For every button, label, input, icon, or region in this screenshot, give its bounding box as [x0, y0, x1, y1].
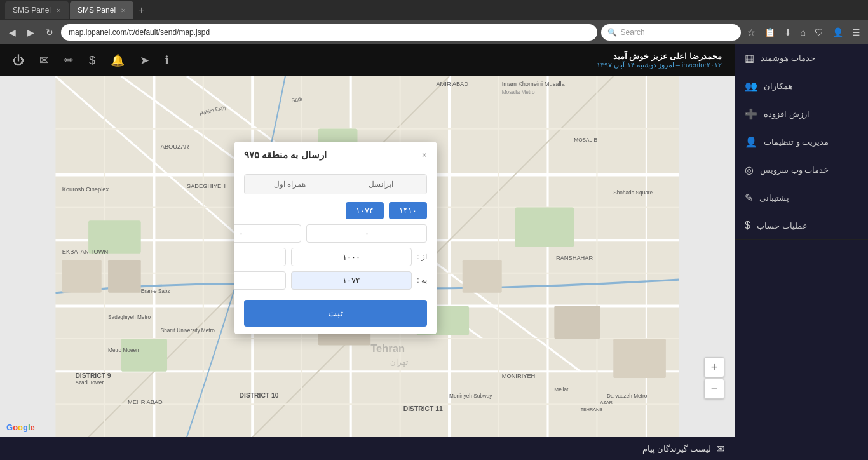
sidebar-item-management[interactable]: مدیریت و تنظیمات 👤 — [735, 128, 868, 156]
power-icon[interactable]: ⏻ — [13, 54, 24, 67]
send-modal: × ارسال به منطقه ۹۷۵ ایرانسل همراه اول ۱… — [234, 142, 437, 334]
svg-text:Shariif University Metro: Shariif University Metro — [161, 328, 215, 334]
reader-icon[interactable]: 📋 — [762, 26, 778, 39]
sidebar-label-colleagues: همکاران — [764, 81, 793, 91]
svg-text:Moniriyeh Subway: Moniriyeh Subway — [449, 393, 492, 399]
svg-text:EKBATAN TOWN: EKBATAN TOWN — [62, 248, 109, 255]
submit-button[interactable]: ثبت — [244, 300, 427, 327]
account-icon[interactable]: 👤 — [830, 26, 846, 39]
svg-text:تهران: تهران — [390, 358, 408, 367]
tab-irancell[interactable]: ایرانسل — [336, 175, 427, 194]
svg-rect-37 — [554, 306, 600, 339]
svg-text:SADEGHIYEH: SADEGHIYEH — [187, 183, 226, 189]
from-label-1: از : — [417, 252, 427, 261]
forward-button[interactable]: ▶ — [24, 25, 38, 40]
svg-text:IRANSHAHAR: IRANSHAHAR — [554, 255, 593, 261]
main-content: ⏻ ✉ ✏ $ 🔔 ➤ ℹ محمدرضا اعلی عزیز خوش آمید… — [0, 44, 735, 460]
svg-text:AMIR ABAD: AMIR ABAD — [436, 81, 468, 87]
nav-bar: ◀ ▶ ↻ map.ippanel.com/tt/default/send/ma… — [0, 20, 868, 44]
tab-2-close[interactable]: ✕ — [121, 7, 126, 14]
modal-close-button[interactable]: × — [422, 150, 427, 160]
to-input-2[interactable] — [234, 271, 286, 290]
shield-icon[interactable]: 🛡 — [812, 26, 826, 39]
svg-text:TEHRANB: TEHRANB — [581, 407, 603, 412]
svg-rect-36 — [463, 260, 502, 293]
tab-1410-button[interactable]: ۱۴۱۰ — [389, 202, 427, 219]
svg-text:MONIRIYEH: MONIRIYEH — [502, 373, 536, 379]
tab-1074-button[interactable]: ۱۰۷۴ — [346, 202, 384, 219]
field2-input[interactable] — [234, 224, 301, 243]
sidebar-label-web-services: خدمات وب سرویس — [760, 165, 829, 175]
field-row-3: به : — [244, 271, 427, 290]
search-bar[interactable]: 🔍 Search — [601, 24, 741, 41]
web-services-icon: ◎ — [745, 164, 754, 176]
sidebar-item-colleagues[interactable]: همکاران 👥 — [735, 72, 868, 100]
zoom-in-button[interactable]: + — [704, 357, 724, 377]
tab-1[interactable]: SMS Panel ✕ — [5, 1, 69, 19]
edit-icon[interactable]: ✏ — [64, 53, 74, 67]
download-icon[interactable]: ⬇ — [782, 26, 794, 39]
svg-text:Darvaazeh Metro: Darvaazeh Metro — [607, 393, 648, 399]
active-tabs-row: ۱۴۱۰ ۱۰۷۴ — [244, 202, 427, 219]
account-ops-icon: $ — [745, 220, 750, 231]
map-container: Kourosh Cineplex AMIR ABAD ABOUZAR SADEG… — [0, 76, 735, 437]
bottom-bar-label: لیست گیرندگان پیام — [642, 444, 711, 454]
svg-text:ABOUZAR: ABOUZAR — [161, 144, 189, 150]
sidebar-item-value-added[interactable]: ارزش افزوده ➕ — [735, 100, 868, 128]
url-text: map.ippanel.com/tt/default/send/map.jspd — [69, 28, 210, 37]
bookmark-icon[interactable]: ☆ — [745, 26, 758, 39]
tab-hamrahaval[interactable]: همراه اول — [245, 175, 336, 194]
bottom-bar: ✉ لیست گیرندگان پیام — [0, 437, 735, 460]
field1-input[interactable] — [306, 224, 427, 243]
svg-text:Azadi Tower: Azadi Tower — [75, 380, 104, 386]
tab-bar: SMS Panel ✕ SMS Panel ✕ + — [0, 0, 868, 20]
tab-2[interactable]: SMS Panel ✕ — [70, 1, 133, 19]
svg-text:Kourosh Cineplex: Kourosh Cineplex — [62, 186, 109, 193]
to-input-1[interactable] — [291, 271, 412, 290]
refresh-button[interactable]: ↻ — [42, 25, 57, 40]
sidebar-item-smart-services[interactable]: خدمات هوشمند ▦ — [735, 44, 868, 72]
sidebar-label-management: مدیریت و تنظیمات — [764, 137, 829, 147]
sidebar-item-support[interactable]: پشتیبانی ✎ — [735, 184, 868, 212]
field-row-1 — [244, 224, 427, 243]
zoom-out-button[interactable]: − — [704, 379, 724, 399]
top-bar: ⏻ ✉ ✏ $ 🔔 ➤ ℹ محمدرضا اعلی عزیز خوش آمید… — [0, 44, 735, 76]
svg-text:DISTRICT 11: DISTRICT 11 — [403, 405, 443, 412]
svg-text:DISTRICT 9: DISTRICT 9 — [75, 372, 111, 379]
menu-icon[interactable]: ☰ — [850, 26, 863, 39]
user-info: محمدرضا اعلی عزیز خوش آمید inventor۲۰۱۲ … — [597, 51, 722, 69]
svg-rect-29 — [515, 208, 574, 247]
svg-text:MEHR ABAD: MEHR ABAD — [128, 399, 163, 405]
top-bar-icons: ⏻ ✉ ✏ $ 🔔 ➤ ℹ — [13, 53, 169, 67]
search-placeholder: Search — [621, 28, 645, 37]
modal-tabs: ایرانسل همراه اول — [244, 174, 427, 194]
colleagues-icon: 👥 — [745, 80, 757, 92]
svg-rect-33 — [108, 260, 141, 293]
url-bar[interactable]: map.ippanel.com/tt/default/send/map.jspd — [61, 24, 597, 41]
info-icon[interactable]: ℹ — [165, 53, 169, 67]
tab-1-close[interactable]: ✕ — [56, 7, 61, 14]
svg-text:MOSALIB: MOSALIB — [574, 137, 597, 143]
back-button[interactable]: ◀ — [5, 25, 20, 40]
new-tab-button[interactable]: + — [135, 4, 148, 16]
svg-rect-30 — [121, 339, 167, 372]
svg-text:Tehran: Tehran — [370, 342, 405, 355]
modal-header: × ارسال به منطقه ۹۷۵ — [234, 142, 437, 166]
sidebar-label-value-added: ارزش افزوده — [764, 109, 810, 119]
sidebar-item-account-ops[interactable]: عملیات حساب $ — [735, 212, 868, 240]
dollar-icon[interactable]: $ — [89, 54, 95, 67]
sidebar-label-support: پشتیبانی — [759, 193, 789, 203]
send-icon[interactable]: ➤ — [140, 53, 149, 67]
from-input-1[interactable] — [291, 248, 412, 266]
svg-text:AZAR: AZAR — [600, 400, 613, 405]
bell-icon[interactable]: 🔔 — [111, 53, 125, 67]
from-input-2[interactable] — [234, 248, 286, 266]
svg-text:Shohada Square: Shohada Square — [613, 190, 653, 196]
svg-text:Mosalla Metro: Mosalla Metro — [502, 90, 535, 95]
to-label-1: به : — [417, 276, 427, 285]
home-icon[interactable]: ⌂ — [798, 26, 808, 39]
management-icon: 👤 — [745, 136, 757, 148]
mail-icon[interactable]: ✉ — [39, 53, 49, 67]
sidebar-item-web-services[interactable]: خدمات وب سرویس ◎ — [735, 156, 868, 184]
svg-text:DISTRICT 10: DISTRICT 10 — [240, 392, 279, 399]
